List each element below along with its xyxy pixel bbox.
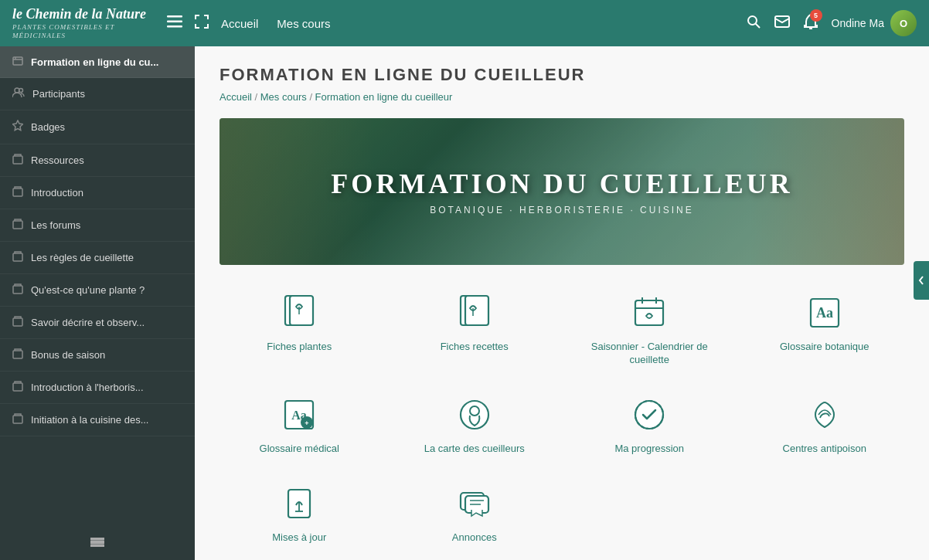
- svg-rect-17: [13, 318, 22, 326]
- nav-icons-left: [167, 15, 209, 32]
- sidebar-item-badges[interactable]: Badges: [0, 110, 195, 144]
- main-content: FORMATION EN LIGNE DU CUEILLEUR Accueil …: [195, 46, 929, 560]
- sidebar-icon-introduction: [12, 186, 23, 199]
- hero-subtitle: BOTANIQUE · HERBORISTERIE · CUISINE: [331, 205, 792, 216]
- sidebar-item-regles[interactable]: Les règles de cueillette: [0, 242, 195, 274]
- page-title: FORMATION EN LIGNE DU CUEILLEUR: [219, 65, 904, 85]
- nav-icons-right: 5 Ondine Ma O: [747, 10, 917, 36]
- fiches-recettes-icon: [454, 293, 495, 333]
- messages-button[interactable]: [774, 15, 790, 32]
- centres-antipoison-label: Centres antipoison: [783, 443, 866, 456]
- sidebar-label-participants: Participants: [32, 88, 182, 100]
- sidebar-item-herboristerie[interactable]: Introduction à l'herboris...: [0, 372, 195, 404]
- svg-rect-23: [90, 545, 104, 548]
- nav-accueil[interactable]: Accueil: [221, 17, 258, 30]
- nav-mes-cours[interactable]: Mes cours: [277, 17, 330, 30]
- card-saisonnier[interactable]: Saisonnier - Calendrier de cueillette: [570, 287, 730, 373]
- carte-cueilleurs-icon: [454, 395, 495, 435]
- user-avatar: O: [890, 10, 917, 36]
- right-collapse-button[interactable]: [914, 261, 929, 300]
- sidebar-label-cuisine: Initiation à la cuisine des...: [31, 414, 182, 426]
- hamburger-menu-button[interactable]: [167, 15, 182, 32]
- svg-rect-19: [13, 383, 22, 391]
- sidebar-icon-badges: [12, 120, 23, 134]
- sidebar-item-plante[interactable]: Qu'est-ce qu'une plante ?: [0, 274, 195, 307]
- ma-progression-icon: [629, 395, 669, 435]
- glossaire-botanique-icon: Aa: [805, 293, 845, 333]
- svg-rect-20: [13, 416, 22, 423]
- sidebar-icon-plante: [12, 283, 23, 297]
- top-navigation: le Chemin de la Nature PLANTES COMESTIBL…: [0, 0, 929, 46]
- sidebar-item-bonus[interactable]: Bonus de saison: [0, 339, 195, 372]
- sidebar-item-participants[interactable]: Participants: [0, 78, 195, 110]
- feature-grid-3: Mises à jour Annonces: [219, 477, 904, 551]
- feature-grid-1: Fiches plantes Fiches recettes: [219, 287, 904, 373]
- svg-rect-25: [290, 296, 313, 325]
- sidebar: Formation en ligne du cu... Participants…: [0, 46, 195, 560]
- card-mises-a-jour[interactable]: Mises à jour: [219, 477, 379, 551]
- sidebar-item-formation[interactable]: Formation en ligne du cu...: [0, 46, 195, 78]
- hero-banner: FORMATION DU CUEILLEUR BOTANIQUE · HERBO…: [219, 118, 904, 265]
- sidebar-item-cuisine[interactable]: Initiation à la cuisine des...: [0, 404, 195, 436]
- card-ma-progression[interactable]: Ma progression: [570, 389, 730, 462]
- sidebar-label-forums: Les forums: [31, 219, 182, 231]
- glossaire-medical-label: Glossaire médical: [260, 443, 339, 456]
- svg-point-3: [748, 16, 757, 25]
- sidebar-item-decrire[interactable]: Savoir décrire et observ...: [0, 307, 195, 339]
- card-centres-antipoison[interactable]: Centres antipoison: [745, 389, 905, 462]
- feature-grid-2: Aa + Glossaire médical La carte des cue: [219, 389, 904, 462]
- breadcrumb-accueil[interactable]: Accueil: [219, 91, 252, 103]
- sidebar-item-ressources[interactable]: Ressources: [0, 144, 195, 177]
- card-fiches-recettes[interactable]: Fiches recettes: [395, 287, 555, 373]
- card-glossaire-medical[interactable]: Aa + Glossaire médical: [219, 389, 379, 462]
- annonces-icon: [454, 484, 495, 524]
- svg-rect-22: [90, 541, 104, 544]
- sidebar-label-plante: Qu'est-ce qu'une plante ?: [31, 284, 182, 296]
- sidebar-item-forums[interactable]: Les forums: [0, 209, 195, 242]
- sidebar-label-bonus: Bonus de saison: [31, 349, 182, 361]
- user-menu[interactable]: Ondine Ma O: [832, 10, 917, 36]
- card-annonces[interactable]: Annonces: [395, 477, 555, 551]
- user-name-label: Ondine Ma: [832, 17, 884, 29]
- sidebar-label-badges: Badges: [31, 121, 182, 133]
- logo-title: le Chemin de la Nature: [12, 6, 167, 23]
- hero-text: FORMATION DU CUEILLEUR BOTANIQUE · HERBO…: [331, 168, 792, 216]
- notification-count: 5: [810, 9, 822, 22]
- svg-line-4: [755, 23, 760, 28]
- svg-rect-28: [465, 296, 488, 325]
- sidebar-item-introduction[interactable]: Introduction: [0, 177, 195, 209]
- saisonnier-icon: [629, 293, 669, 333]
- card-glossaire-botanique[interactable]: Aa Glossaire botanique: [745, 287, 905, 373]
- sidebar-label-decrire: Savoir décrire et observ...: [31, 317, 182, 328]
- sidebar-label-formation: Formation en ligne du cu...: [31, 56, 182, 68]
- svg-rect-16: [13, 286, 22, 294]
- sidebar-icon-cuisine: [12, 413, 23, 426]
- svg-point-11: [19, 89, 23, 93]
- saisonnier-label: Saisonnier - Calendrier de cueillette: [576, 341, 723, 367]
- sidebar-label-herboristerie: Introduction à l'herboris...: [31, 382, 182, 393]
- sidebar-icon-participants: [12, 87, 25, 100]
- card-carte-cueilleurs[interactable]: La carte des cueilleurs: [395, 389, 555, 462]
- sidebar-icon-forums: [12, 219, 23, 232]
- sidebar-icon-herboristerie: [12, 381, 23, 394]
- svg-rect-13: [13, 188, 22, 196]
- expand-button[interactable]: [195, 15, 209, 32]
- glossaire-botanique-label: Glossaire botanique: [780, 341, 869, 354]
- sidebar-icon-formation: [12, 56, 23, 68]
- svg-rect-18: [13, 351, 22, 358]
- annonces-label: Annonces: [452, 531, 497, 545]
- sidebar-label-ressources: Ressources: [31, 154, 182, 166]
- svg-rect-2: [167, 25, 182, 28]
- sidebar-collapse-button[interactable]: [90, 535, 104, 551]
- svg-rect-12: [13, 156, 22, 164]
- search-button[interactable]: [747, 15, 761, 32]
- svg-rect-15: [13, 253, 22, 261]
- breadcrumb-mes-cours[interactable]: Mes cours: [260, 91, 307, 103]
- mises-a-jour-label: Mises à jour: [272, 531, 326, 545]
- logo-area[interactable]: le Chemin de la Nature PLANTES COMESTIBL…: [12, 6, 167, 39]
- breadcrumb-formation[interactable]: Formation en ligne du cueilleur: [315, 91, 453, 103]
- card-fiches-plantes[interactable]: Fiches plantes: [219, 287, 379, 373]
- centres-antipoison-icon: [805, 395, 845, 435]
- notifications-button[interactable]: 5: [804, 14, 818, 33]
- svg-rect-30: [635, 300, 663, 325]
